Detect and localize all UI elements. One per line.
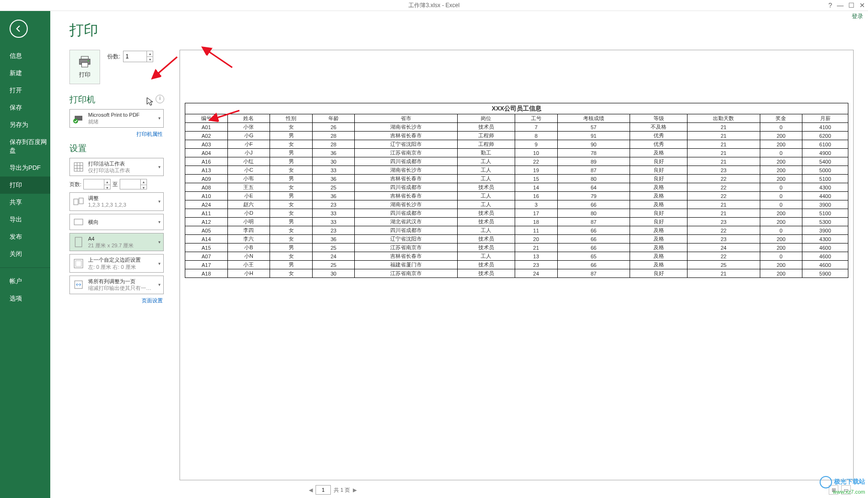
- svg-rect-12: [79, 198, 83, 204]
- current-page-input[interactable]: [316, 485, 331, 495]
- help-icon[interactable]: ?: [828, 1, 832, 9]
- next-page-button[interactable]: ▶: [353, 487, 357, 493]
- info-icon[interactable]: i: [156, 95, 164, 103]
- scaling-dropdown[interactable]: 将所有列调整为一页缩减打印输出使其只有一… ▼: [69, 276, 164, 294]
- page-from-input[interactable]: [84, 179, 104, 189]
- table-row: A08王五女25四川省成都市技术员1464及格2204300: [185, 183, 848, 192]
- chevron-down-icon: ▼: [158, 199, 161, 204]
- table-row: A10小E男36吉林省长春市工人1679及格2204400: [185, 192, 848, 200]
- printer-section-title: 打印机 i: [69, 94, 170, 105]
- col-header: 考核成绩: [557, 114, 630, 123]
- copies-spinner[interactable]: ▲▼: [123, 51, 153, 62]
- spin-up-icon[interactable]: ▲: [147, 51, 153, 56]
- paper-size-dropdown[interactable]: A421 厘米 x 29.7 厘米 ▼: [69, 233, 164, 252]
- print-backstage: 打印 打印 份数: ▲▼: [50, 11, 868, 498]
- svg-rect-11: [74, 199, 78, 205]
- nav-共享[interactable]: 共享: [0, 194, 50, 211]
- fit-columns-icon: [73, 279, 84, 290]
- nav-导出为PDF[interactable]: 导出为PDF: [0, 159, 50, 177]
- printer-dropdown[interactable]: Microsoft Print to PDF 就绪 ▼: [69, 109, 164, 128]
- file-title: 工作簿3.xlsx - Excel: [408, 1, 460, 10]
- chevron-down-icon: ▼: [158, 240, 161, 244]
- chevron-down-icon: ▼: [158, 220, 161, 224]
- nav-另存为[interactable]: 另存为: [0, 116, 50, 133]
- settings-section-title: 设置: [69, 143, 170, 154]
- collate-icon: [73, 196, 84, 207]
- table-row: A02小G男28吉林省长春市工程师891优秀212006200: [185, 132, 848, 140]
- sheet-icon: [73, 161, 84, 173]
- table-row: A18小H女30江苏省南京市技术员2487良好212005900: [185, 269, 848, 278]
- col-header: 省市: [355, 114, 457, 123]
- landscape-icon: [73, 216, 84, 228]
- svg-rect-6: [74, 163, 83, 171]
- printer-status: 就绪: [88, 118, 140, 125]
- svg-rect-2: [82, 62, 88, 66]
- back-button[interactable]: [10, 20, 28, 38]
- minimize-icon[interactable]: —: [837, 1, 844, 9]
- table-row: A05李四女23四川省成都市工人1166及格2203900: [185, 226, 848, 235]
- printer-icon: [78, 55, 92, 68]
- chevron-down-icon: ▼: [158, 283, 161, 287]
- page-icon: [73, 236, 84, 248]
- col-header: 等级: [630, 114, 688, 123]
- copies-label: 份数:: [107, 53, 120, 61]
- watermark-logo-icon: [820, 476, 832, 488]
- nav-新建[interactable]: 新建: [0, 65, 50, 82]
- svg-rect-13: [74, 219, 83, 225]
- preview-table: 编号姓名性别年龄省市岗位工号考核成绩等级出勤天数奖金月薪 A01小张女26湖南省…: [185, 114, 848, 278]
- maximize-icon[interactable]: ☐: [848, 1, 855, 9]
- prev-page-button[interactable]: ◀: [309, 487, 313, 493]
- titlebar: 工作簿3.xlsx - Excel ? — ☐ ✕: [0, 0, 868, 11]
- backstage-sidebar: 信息新建打开保存另存为保存到百度网盘导出为PDF打印共享导出发布关闭 帐户选项: [0, 11, 50, 498]
- page-from-spinner[interactable]: ▲▼: [83, 179, 111, 189]
- pages-range: 页数: ▲▼ 至 ▲▼: [69, 179, 170, 189]
- col-header: 工号: [515, 114, 557, 123]
- printer-name: Microsoft Print to PDF: [88, 111, 140, 118]
- svg-point-3: [88, 60, 89, 61]
- nav-帐户[interactable]: 帐户: [0, 273, 50, 290]
- table-row: A13小C女33湖南省长沙市工人1987良好232005000: [185, 166, 848, 175]
- table-row: A17小王男25福建省厦门市技术员2366及格252004600: [185, 261, 848, 269]
- nav-信息[interactable]: 信息: [0, 47, 50, 65]
- collate-dropdown[interactable]: 调整1,2,3 1,2,3 1,2,3 ▼: [69, 192, 164, 211]
- watermark: 极光下载站 www.xz7.com: [820, 476, 865, 495]
- nav-发布[interactable]: 发布: [0, 228, 50, 245]
- col-header: 编号: [185, 114, 228, 123]
- margins-dropdown[interactable]: 上一个自定义边距设置左: 0 厘米 右: 0 厘米 ▼: [69, 254, 164, 273]
- col-header: 性别: [270, 114, 313, 123]
- col-header: 年龄: [312, 114, 355, 123]
- print-button[interactable]: 打印: [69, 50, 100, 84]
- table-row: A01小张女26湖南省长沙市技术员757不及格2104100: [185, 123, 848, 132]
- nav-选项[interactable]: 选项: [0, 290, 50, 307]
- chevron-down-icon: ▼: [158, 261, 161, 266]
- orientation-dropdown[interactable]: 横向 ▼: [69, 214, 164, 230]
- nav-保存[interactable]: 保存: [0, 99, 50, 116]
- table-row: A14李六女36辽宁省沈阳市技术员2066及格232004300: [185, 235, 848, 243]
- print-what-dropdown[interactable]: 打印活动工作表仅打印活动工作表 ▼: [69, 158, 164, 177]
- table-row: A07小N女24吉林省长春市工人1365及格2204600: [185, 252, 848, 261]
- page-setup-link[interactable]: 页面设置: [142, 298, 163, 303]
- table-row: A24赵六女23湖南省长沙市工人366及格2103900: [185, 200, 848, 209]
- nav-关闭[interactable]: 关闭: [0, 245, 50, 263]
- print-button-label: 打印: [79, 71, 90, 79]
- page-to-input[interactable]: [120, 179, 140, 189]
- table-row: A11小D女33四川省成都市技术员1780良好212005100: [185, 209, 848, 218]
- col-header: 月薪: [802, 114, 848, 123]
- printer-properties-link[interactable]: 打印机属性: [136, 131, 163, 137]
- nav-打印[interactable]: 打印: [0, 177, 50, 194]
- close-icon[interactable]: ✕: [859, 1, 865, 9]
- nav-导出[interactable]: 导出: [0, 211, 50, 228]
- col-header: 岗位: [457, 114, 515, 123]
- page-to-spinner[interactable]: ▲▼: [120, 179, 147, 189]
- spin-down-icon[interactable]: ▼: [147, 56, 153, 62]
- table-row: A12小明男33湖北省武汉市技术员1887良好232005300: [185, 218, 848, 226]
- nav-保存到百度网盘[interactable]: 保存到百度网盘: [0, 133, 50, 159]
- nav-打开[interactable]: 打开: [0, 82, 50, 99]
- pager: ◀ 共 1 页 ▶: [180, 483, 854, 498]
- table-row: A16小红男30四川省成都市工人2289良好212005400: [185, 157, 848, 166]
- table-row: A04小J男36江苏省南京市勤工1078及格2104900: [185, 149, 848, 157]
- copies-input[interactable]: [124, 51, 147, 62]
- col-header: 姓名: [227, 114, 270, 123]
- table-row: A15小B男25江苏省南京市技术员2166及格242004600: [185, 243, 848, 252]
- page-title: 打印: [69, 21, 854, 40]
